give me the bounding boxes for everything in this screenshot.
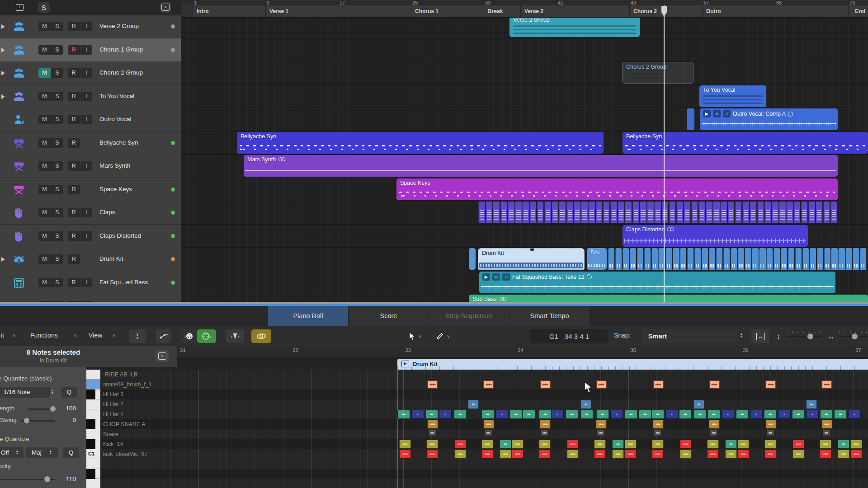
mute-button[interactable]: M	[38, 185, 51, 194]
track-row-claps[interactable]: MSRIClaps	[0, 201, 181, 225]
drum-segment[interactable]	[824, 248, 830, 270]
note-teal[interactable]	[625, 410, 637, 419]
drum-segment[interactable]	[731, 248, 737, 270]
note-red[interactable]	[850, 450, 862, 459]
pointer-tool-button[interactable]: ∨	[404, 329, 426, 343]
note-red[interactable]	[707, 450, 719, 459]
scale-quantize-apply-button[interactable]: Q	[63, 447, 79, 458]
clap-segment[interactable]	[588, 202, 595, 223]
note-grey[interactable]	[766, 430, 774, 436]
clap-segment[interactable]	[794, 202, 801, 223]
clap-segment[interactable]	[632, 202, 639, 223]
piano-key-7[interactable]	[86, 439, 100, 449]
note-peach-selected[interactable]	[709, 380, 720, 389]
note-hblue[interactable]	[778, 410, 791, 419]
clap-segment[interactable]	[713, 202, 720, 223]
mute-button[interactable]: M	[38, 161, 51, 171]
note-grey[interactable]	[541, 430, 549, 436]
region-blank[interactable]	[687, 108, 694, 130]
clap-segment[interactable]	[654, 202, 661, 223]
clap-segment[interactable]	[478, 202, 485, 223]
note-peach-selected[interactable]	[427, 380, 438, 389]
track-row-to-you-vocal[interactable]: MSRITo You Vocal	[0, 85, 181, 108]
track-row-chorus-1-group[interactable]: MSRIChorus 1 Group	[0, 38, 181, 62]
note-red[interactable]	[481, 450, 493, 459]
input-monitor-button[interactable]: I	[80, 231, 93, 241]
clap-segment[interactable]	[720, 202, 727, 223]
take-circle-icon[interactable]	[587, 274, 592, 279]
region-blank[interactable]	[469, 248, 476, 270]
drum-segment[interactable]	[644, 248, 651, 270]
region-sub-bass[interactable]: Sub Bass	[469, 295, 868, 302]
note-teal[interactable]	[454, 410, 467, 419]
piano-roll-note-area[interactable]: ▶ Drum Kit -RIDE AB -LRsnare08_brush_f_1…	[86, 357, 868, 488]
note-teal[interactable]	[736, 410, 749, 419]
record-enable-button[interactable]: R	[68, 208, 80, 217]
auto-zoom-button[interactable]: ↔	[751, 329, 769, 343]
note-tan[interactable]	[540, 420, 551, 429]
strength-thumb[interactable]	[50, 406, 56, 412]
clap-segment[interactable]	[625, 202, 632, 223]
note-red[interactable]	[820, 450, 831, 459]
note-teal[interactable]	[397, 410, 410, 419]
clap-segment[interactable]	[500, 202, 507, 223]
piano-key-6[interactable]	[86, 429, 100, 439]
clap-segment[interactable]	[530, 202, 537, 223]
note-olive[interactable]	[737, 440, 749, 449]
note-olive[interactable]	[500, 450, 511, 459]
clap-segment[interactable]	[779, 202, 786, 223]
clap-segment[interactable]	[684, 202, 690, 223]
clap-segment[interactable]	[647, 202, 654, 223]
note-hblue[interactable]	[750, 410, 763, 419]
tab-smart-tempo[interactable]: Smart Tempo	[509, 306, 590, 326]
track-row-space-keys[interactable]: MSRSpace Keys	[0, 178, 181, 202]
clap-segment[interactable]	[816, 202, 822, 223]
piano-key-0[interactable]	[86, 370, 100, 380]
note-olive[interactable]	[793, 450, 804, 459]
bar-ruler[interactable]: 191725334149576573	[181, 0, 868, 5]
note-olive[interactable]	[481, 440, 493, 449]
disclosure-triangle-icon[interactable]	[1, 24, 5, 29]
region-claps-distorted[interactable]: Claps Distorted	[623, 225, 808, 247]
note-hblue[interactable]	[610, 410, 623, 419]
solo-button[interactable]: S	[51, 254, 63, 264]
note-teal[interactable]	[820, 410, 833, 419]
note-tan[interactable]	[483, 420, 494, 429]
tab-score[interactable]: Score	[349, 306, 429, 326]
note-hblue[interactable]	[665, 410, 678, 419]
piano-key-5[interactable]	[86, 419, 100, 429]
piano-key-2[interactable]	[86, 389, 100, 399]
solo-button[interactable]: S	[51, 68, 63, 78]
note-tan[interactable]	[821, 420, 832, 429]
disclosure-triangle-icon[interactable]	[1, 48, 5, 52]
clap-segment[interactable]	[486, 202, 492, 223]
note-red[interactable]	[680, 440, 692, 449]
solo-button[interactable]: S	[51, 92, 63, 101]
note-teal[interactable]	[523, 410, 535, 419]
note-olive[interactable]	[850, 440, 862, 449]
region-space-keys[interactable]: Space Keys	[396, 178, 838, 200]
marker-verse-1[interactable]: Verse 1	[265, 5, 411, 17]
solo-button[interactable]: S	[51, 208, 63, 217]
note-red[interactable]	[512, 450, 524, 459]
input-monitor-button[interactable]: I	[80, 208, 93, 217]
drum-segment[interactable]	[810, 248, 816, 270]
drum-segment[interactable]	[838, 248, 844, 270]
drum-segment[interactable]	[788, 248, 794, 270]
disclosure-triangle-icon[interactable]	[1, 257, 5, 262]
swing-thumb[interactable]	[24, 418, 29, 423]
clap-segment[interactable]	[750, 202, 756, 223]
track-row-bellyache-syn[interactable]: MSRBellyache Syn	[0, 131, 181, 155]
solo-mode-button[interactable]: S	[38, 2, 50, 13]
note-teal[interactable]	[639, 410, 651, 419]
note-teal[interactable]	[425, 410, 438, 419]
piano-key-3[interactable]	[86, 399, 100, 409]
clap-segment[interactable]	[808, 202, 815, 223]
note-peach-selected[interactable]	[483, 380, 494, 389]
piano-key-4[interactable]	[86, 409, 100, 419]
clap-segment[interactable]	[698, 202, 705, 223]
take-circle-icon[interactable]	[788, 112, 793, 117]
drum-segment[interactable]	[615, 248, 622, 270]
marker-chorus-1[interactable]: Chorus 1	[411, 5, 484, 17]
mute-button[interactable]: M	[38, 254, 51, 264]
